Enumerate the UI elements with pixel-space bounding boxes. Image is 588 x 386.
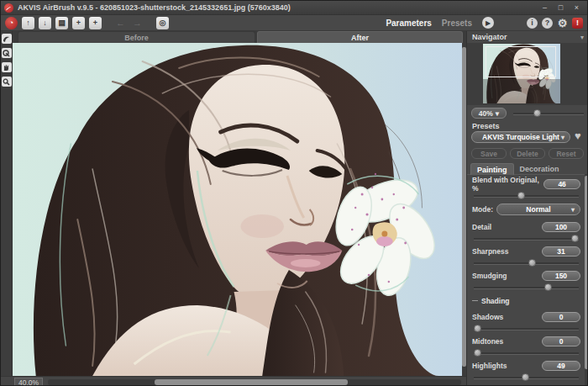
reset-preset-button[interactable]: Reset [549, 148, 584, 159]
presets-toggle[interactable]: Presets [442, 19, 472, 28]
parameter-list: Blend with Original, %46 Mode: Normal ▾ … [467, 176, 585, 386]
param-slider[interactable] [474, 195, 579, 197]
param-value[interactable]: 0 [542, 312, 580, 322]
mode-row: Mode: Normal ▾ [472, 204, 580, 215]
undo-icon[interactable]: ← [114, 17, 127, 29]
window-controls: – □ × [538, 3, 584, 13]
param-slider[interactable] [474, 352, 579, 354]
maximize-icon[interactable]: □ [554, 3, 568, 13]
hand-tool-icon[interactable] [2, 62, 12, 72]
navigator-title: Navigator [472, 33, 507, 41]
favorite-heart-icon[interactable]: ♥ [575, 130, 581, 142]
param-slider[interactable] [474, 377, 579, 378]
zoom-slider[interactable] [513, 113, 584, 114]
app-window: AKVIS AirBrush v.9.5 - 620851023-shutter… [0, 0, 588, 386]
param-value[interactable]: 46 [543, 179, 580, 189]
open-image-icon[interactable]: ↑ [22, 17, 34, 29]
navigator-dim-overlay [483, 79, 560, 103]
param-label: Detail [472, 223, 491, 231]
close-icon[interactable]: × [570, 3, 584, 13]
navigator-menu-icon[interactable]: ▾ [580, 34, 584, 41]
param-label: Blend with Original, % [472, 176, 543, 193]
after-image [13, 43, 462, 376]
zoom-level-value: 40% [479, 109, 493, 118]
horizontal-scroll-thumb[interactable] [155, 379, 348, 385]
zoom-tool-icon[interactable] [2, 77, 12, 87]
delete-preset-button[interactable]: Delete [510, 148, 545, 159]
redo-icon[interactable]: → [131, 17, 144, 29]
param-slider-thumb[interactable] [528, 259, 536, 267]
section-shading[interactable]: Shading [472, 296, 580, 305]
info-icon[interactable]: i [527, 18, 538, 29]
mode-label: Mode: [472, 205, 493, 214]
zoom-level-button[interactable]: 40% ▾ [471, 108, 507, 119]
preset-selected-value: AKVIS Turquoise Light [482, 133, 559, 141]
tab-painting[interactable]: Painting [470, 163, 514, 175]
param-value[interactable]: 150 [542, 271, 580, 281]
buy-icon[interactable]: ! [572, 18, 583, 29]
param-slider-thumb[interactable] [474, 349, 481, 357]
param-slider-thumb[interactable] [517, 192, 525, 199]
preset-dropdown[interactable]: AKVIS Turquoise Light ▾ [471, 131, 570, 143]
chevron-down-icon: ▾ [571, 206, 575, 214]
print-icon[interactable]: ▤ [55, 17, 68, 29]
settings-panel: Navigator ▾ 40% ▾ Presets AKVIS Turquois… [466, 31, 588, 386]
app-logo-icon [4, 3, 13, 13]
tool-strip [1, 31, 13, 376]
param-value[interactable]: 31 [542, 246, 580, 256]
navigator-box [467, 43, 588, 105]
zoom-slider-thumb[interactable] [533, 109, 541, 117]
airbrush-logo-icon[interactable]: ◔ [5, 17, 18, 29]
param-slider[interactable] [474, 287, 579, 288]
param-label: Smudging [472, 272, 507, 280]
mode-value: Normal [526, 205, 550, 214]
after-image-canvas[interactable] [13, 43, 462, 376]
presets-label: Presets [472, 122, 500, 130]
chevron-down-icon: ▾ [561, 134, 564, 141]
mode-dropdown[interactable]: Normal ▾ [496, 204, 580, 215]
view-tab-bar: Before After [13, 31, 466, 43]
zoom-row: 40% ▾ [467, 107, 588, 120]
save-preset-button[interactable]: Save [471, 148, 507, 159]
navigator-header: Navigator ▾ [467, 31, 588, 43]
status-zoom-value: 40.0% [14, 378, 43, 386]
process-icon[interactable]: ◎ [156, 17, 169, 29]
panel-scrollbar[interactable] [585, 174, 588, 386]
param-label: Midtones [472, 337, 503, 346]
import-presets-icon[interactable]: + [72, 17, 85, 29]
param-slider-thumb[interactable] [571, 235, 579, 242]
param-label: Highlights [472, 362, 507, 370]
param-slider-thumb[interactable] [474, 325, 481, 332]
save-image-icon[interactable]: ↓ [39, 17, 51, 29]
param-label: Sharpness [472, 247, 508, 256]
settings-gear-icon[interactable]: ⚙ [557, 18, 568, 29]
parameters-toggle[interactable]: Parameters [386, 19, 431, 28]
navigator-view-frame[interactable] [486, 46, 556, 77]
panel-tab-bar: Painting Decoration [467, 163, 588, 175]
main-toolbar: ◔ ↑ ↓ ▤ + + ← → ◎ Parameters Presets ▶ i… [1, 15, 587, 31]
chevron-down-icon: ▾ [496, 109, 499, 118]
quick-preview-tool-icon[interactable] [2, 34, 12, 44]
navigator-thumbnail[interactable] [483, 44, 560, 103]
export-presets-icon[interactable]: + [89, 17, 102, 29]
help-icon[interactable]: ? [542, 18, 553, 29]
param-slider-thumb[interactable] [544, 283, 552, 291]
run-icon[interactable]: ▶ [482, 17, 494, 29]
tab-decoration[interactable]: Decoration [514, 163, 565, 175]
canvas-horizontal-scrollbar[interactable] [48, 379, 461, 385]
window-title: AKVIS AirBrush v.9.5 - 620851023-shutter… [18, 3, 291, 12]
tab-before[interactable]: Before [18, 31, 255, 43]
param-slider[interactable] [474, 262, 579, 264]
param-slider-thumb[interactable] [522, 373, 529, 381]
param-label: Shadows [472, 313, 503, 321]
panel-scroll-thumb[interactable] [585, 176, 588, 369]
param-value[interactable]: 100 [542, 222, 580, 232]
tab-after[interactable]: After [257, 31, 463, 43]
param-slider[interactable] [474, 328, 579, 330]
status-bar: 40.0% [1, 376, 466, 386]
minimize-icon[interactable]: – [538, 3, 552, 13]
param-slider[interactable] [474, 238, 579, 240]
param-value[interactable]: 0 [542, 336, 580, 346]
history-brush-tool-icon[interactable] [2, 48, 12, 58]
param-value[interactable]: 49 [542, 361, 580, 371]
